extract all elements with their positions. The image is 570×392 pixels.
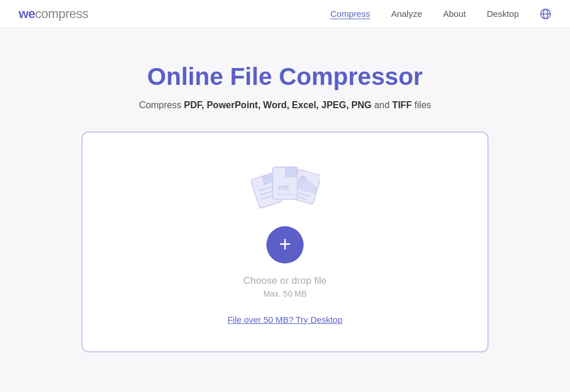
dropzone[interactable]: PDF + Choose or drop file Max. 50 MB Fil… [81,131,489,352]
logo-we: we [19,6,35,21]
logo[interactable]: wecompress [19,6,88,22]
nav-desktop[interactable]: Desktop [487,9,519,19]
header: wecompress Compress Analyze About Deskto… [0,0,570,28]
svg-text:PDF: PDF [278,184,290,191]
nav-analyze[interactable]: Analyze [391,9,422,19]
globe-icon[interactable] [540,8,551,20]
page-subtitle: Compress PDF, PowerPoint, Word, Excel, J… [139,100,431,111]
nav-about[interactable]: About [443,9,466,19]
files-illustration: PDF [250,160,320,212]
nav-compress[interactable]: Compress [330,9,370,19]
subtitle-text-end: files [412,100,431,110]
max-size-label: Max. 50 MB [263,289,307,298]
subtitle-text-mid: and [372,100,393,110]
subtitle-bold-tiff: TIFF [392,100,412,110]
desktop-link[interactable]: File over 50 MB? Try Desktop [227,315,343,325]
subtitle-text-start: Compress [139,100,184,110]
plus-icon: + [279,234,291,255]
subtitle-bold-formats: PDF, PowerPoint, Word, Excel, JPEG, PNG [184,100,371,110]
choose-drop-label: Choose or drop file [243,275,327,287]
add-file-button[interactable]: + [266,226,304,263]
nav: Compress Analyze About Desktop [330,8,551,20]
logo-compress: compress [35,6,88,21]
files-icon-svg: PDF [250,160,320,212]
main-content: Online File Compressor Compress PDF, Pow… [0,28,570,376]
page-title: Online File Compressor [147,63,423,91]
